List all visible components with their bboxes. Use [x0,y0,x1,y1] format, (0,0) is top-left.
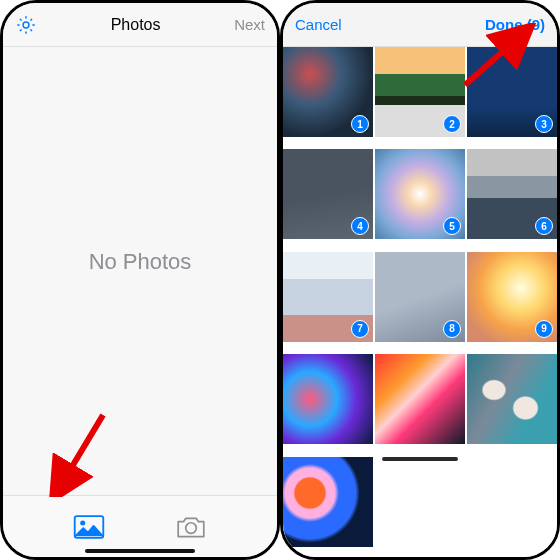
photo-thumbnail[interactable]: 4 [283,149,373,239]
photo-thumbnail[interactable] [467,354,557,444]
phone-right: Cancel Done (9) 1 2 3 4 5 6 7 8 9 [280,0,560,560]
selection-badge: 7 [351,320,369,338]
navbar: Photos Next [3,3,277,47]
photo-thumbnail[interactable]: 7 [283,252,373,342]
selection-badge: 8 [443,320,461,338]
photo-thumbnail[interactable]: 8 [375,252,465,342]
gear-icon[interactable] [15,14,37,36]
photo-grid[interactable]: 1 2 3 4 5 6 7 8 9 [283,47,557,557]
photo-thumbnail[interactable] [375,354,465,444]
photo-thumbnail[interactable] [467,457,557,547]
nav-title: Photos [111,16,161,34]
cancel-button[interactable]: Cancel [295,16,342,33]
photo-thumbnail[interactable]: 6 [467,149,557,239]
tab-bar [3,495,277,557]
svg-point-0 [23,22,29,28]
camera-icon[interactable] [174,513,208,541]
selection-badge: 3 [535,115,553,133]
next-button[interactable]: Next [234,16,265,33]
phone-left: Photos Next No Photos [0,0,280,560]
selection-badge: 9 [535,320,553,338]
screenshot-root: Photos Next No Photos [0,0,560,560]
selection-badge: 2 [443,115,461,133]
done-button[interactable]: Done (9) [485,16,545,33]
svg-point-2 [80,520,85,525]
photo-thumbnail[interactable] [283,457,373,547]
svg-point-3 [186,522,197,533]
empty-text: No Photos [89,249,192,275]
photo-thumbnail[interactable]: 1 [283,47,373,137]
selection-badge: 1 [351,115,369,133]
home-indicator[interactable] [85,549,195,553]
photo-thumbnail[interactable]: 2 [375,47,465,137]
photo-thumbnail[interactable] [283,354,373,444]
photo-thumbnail[interactable]: 9 [467,252,557,342]
photo-thumbnail[interactable] [375,457,465,547]
photo-library-icon[interactable] [72,513,106,541]
empty-state: No Photos [3,47,277,477]
picker-navbar: Cancel Done (9) [283,3,557,47]
photo-thumbnail[interactable]: 5 [375,149,465,239]
photo-thumbnail[interactable]: 3 [467,47,557,137]
